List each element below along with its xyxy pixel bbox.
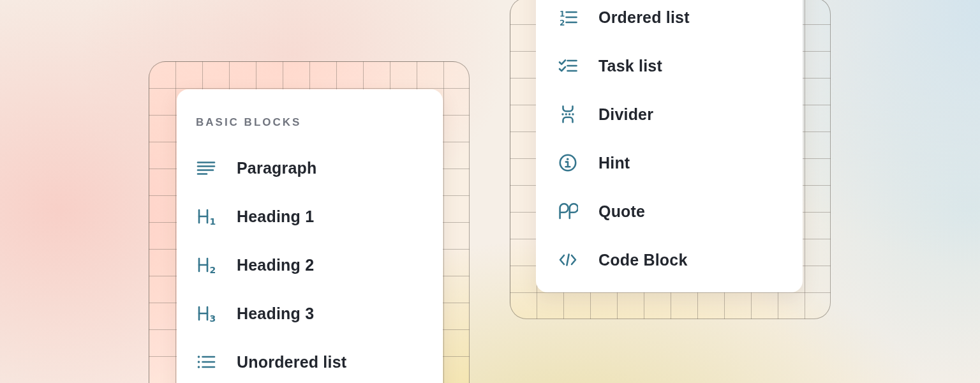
paragraph-icon	[196, 158, 216, 178]
menu-item-unordered-list[interactable]: Unordered list	[177, 338, 443, 383]
basic-blocks-menu-list: Paragraph 1 Heading 1 2 Heading 2 3 Head…	[177, 144, 443, 383]
svg-text:2: 2	[210, 265, 216, 275]
menu-item-quote[interactable]: Quote	[536, 187, 803, 236]
menu-item-label: Ordered list	[598, 8, 690, 27]
code-block-icon	[558, 250, 578, 270]
page-background: BASIC BLOCKS Paragraph 1 Heading 1 2 Hea…	[0, 0, 980, 383]
menu-item-code-block[interactable]: Code Block	[536, 236, 803, 284]
menu-item-label: Quote	[598, 202, 645, 221]
blocks-menu-card-right: 1 2 Ordered list Task list Divider	[536, 0, 803, 292]
divider-icon	[558, 104, 578, 124]
menu-item-ordered-list[interactable]: 1 2 Ordered list	[536, 0, 803, 41]
menu-item-heading-2[interactable]: 2 Heading 2	[177, 241, 443, 289]
svg-text:2: 2	[560, 19, 565, 27]
menu-item-label: Code Block	[598, 251, 688, 269]
menu-item-label: Heading 3	[237, 304, 314, 323]
quote-icon	[558, 201, 578, 222]
menu-item-label: Heading 1	[237, 207, 314, 226]
heading-1-icon: 1	[196, 206, 216, 227]
menu-item-divider[interactable]: Divider	[536, 90, 803, 139]
ordered-list-icon: 1 2	[558, 7, 578, 27]
basic-blocks-menu-card: BASIC BLOCKS Paragraph 1 Heading 1 2 Hea…	[177, 89, 443, 383]
menu-item-task-list[interactable]: Task list	[536, 41, 803, 90]
menu-item-hint[interactable]: Hint	[536, 139, 803, 187]
svg-text:3: 3	[210, 313, 216, 324]
menu-item-heading-3[interactable]: 3 Heading 3	[177, 289, 443, 338]
svg-text:1: 1	[560, 10, 565, 19]
menu-item-label: Unordered list	[237, 353, 346, 372]
svg-text:1: 1	[210, 216, 216, 227]
unordered-list-icon	[196, 352, 216, 372]
menu-item-heading-1[interactable]: 1 Heading 1	[177, 192, 443, 241]
menu-item-label: Hint	[598, 154, 630, 172]
menu-item-label: Paragraph	[237, 159, 316, 177]
section-label-basic-blocks: BASIC BLOCKS	[196, 116, 443, 129]
blocks-menu-list-right: 1 2 Ordered list Task list Divider	[536, 0, 803, 284]
menu-item-label: Divider	[598, 105, 653, 124]
heading-3-icon: 3	[196, 303, 216, 324]
task-list-icon	[558, 56, 578, 76]
heading-2-icon: 2	[196, 255, 216, 275]
menu-item-label: Heading 2	[237, 256, 314, 274]
menu-item-paragraph[interactable]: Paragraph	[177, 144, 443, 192]
menu-item-label: Task list	[598, 57, 662, 75]
hint-icon	[558, 153, 578, 173]
